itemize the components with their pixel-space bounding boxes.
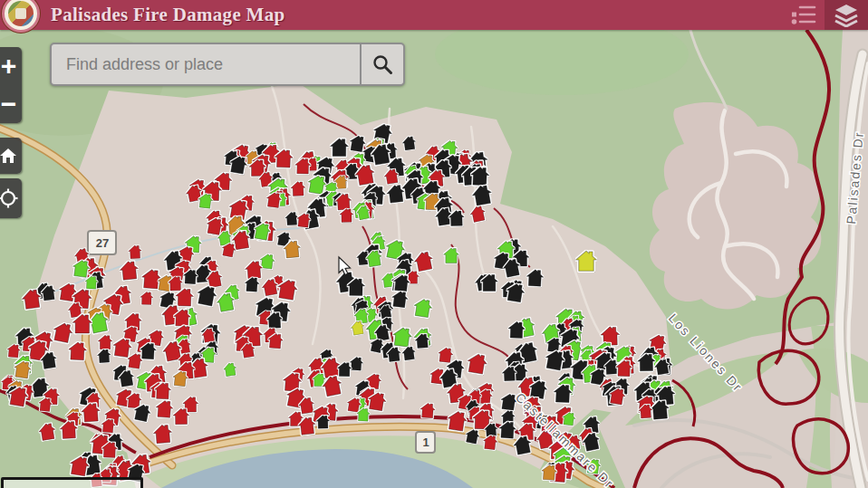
home-button[interactable] [0,138,22,174]
header-bar: Palisades Fire Damage Map [0,0,868,30]
svg-text:27: 27 [96,236,109,250]
layers-icon [834,4,859,27]
search-input[interactable] [52,44,360,84]
city-seal-logo [2,0,40,33]
svg-text:1: 1 [422,435,429,449]
zoom-out-button[interactable]: − [0,85,22,123]
locate-icon [0,188,18,208]
legend-icon [791,5,818,26]
search-icon [371,53,393,75]
highway-shield-27: 27 [88,231,116,254]
scale-bar [1,477,143,488]
city-seal-artwork [8,1,34,26]
home-icon [0,148,17,164]
zoom-in-button[interactable]: + [0,47,22,85]
locate-button[interactable] [0,178,22,218]
app-window: 27 1 Los Liones Dr Castellammare Dr Pali… [0,0,868,488]
highway-shield-1: 1 [416,432,435,453]
search-button[interactable] [360,44,403,84]
page-title: Palisades Fire Damage Map [51,4,285,26]
legend-button[interactable] [785,0,825,30]
layers-button[interactable] [825,0,868,30]
search-widget [50,43,405,86]
zoom-control: + − [0,47,22,123]
